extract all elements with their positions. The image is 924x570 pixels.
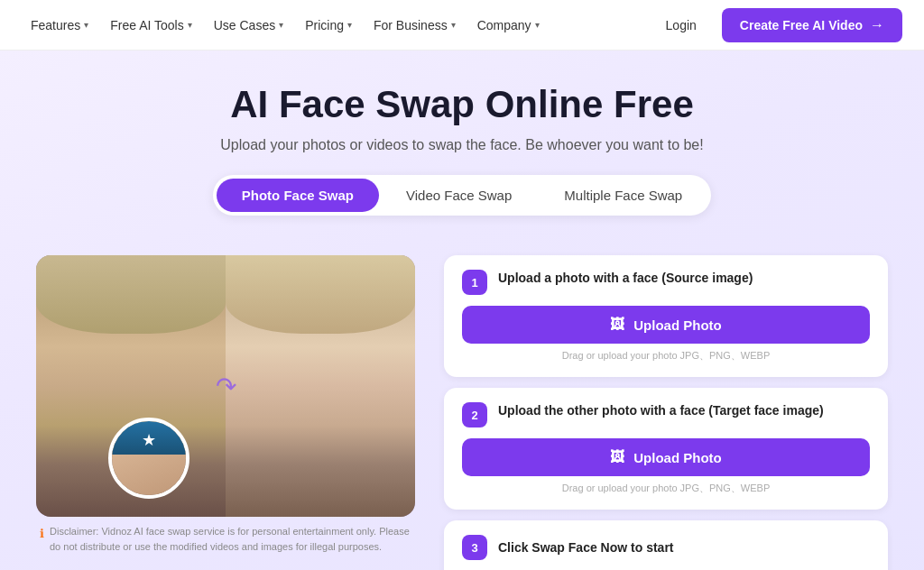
- swap-arrow-icon: ↷: [216, 372, 236, 401]
- nav-right: Login Create Free AI Video →: [655, 8, 902, 42]
- navigation: Features ▾ Free AI Tools ▾ Use Cases ▾ P…: [0, 0, 924, 51]
- step-3-number: 3: [462, 535, 487, 560]
- tab-multiple-face-swap[interactable]: Multiple Face Swap: [539, 179, 707, 212]
- chevron-down-icon: ▾: [279, 20, 283, 30]
- step-2-title: Upload the other photo with a face (Targ…: [498, 402, 824, 420]
- info-icon: ℹ: [40, 525, 44, 554]
- nav-item-features[interactable]: Features ▾: [22, 13, 97, 38]
- step-3-card: 3 Click Swap Face Now to start Swap Face…: [444, 520, 888, 570]
- star-icon: ★: [142, 430, 156, 450]
- upload-icon: 🖼: [610, 317, 624, 333]
- step-1-card: 1 Upload a photo with a face (Source ima…: [444, 255, 888, 377]
- login-button[interactable]: Login: [655, 13, 707, 38]
- step-3-title: Click Swap Face Now to start: [498, 540, 674, 555]
- upload-icon: 🖼: [610, 449, 624, 465]
- hero-subtitle: Upload your photos or videos to swap the…: [18, 137, 906, 153]
- nav-item-pricing[interactable]: Pricing ▾: [296, 13, 361, 38]
- source-person-circle: ★: [108, 418, 189, 499]
- nav-item-for-business[interactable]: For Business ▾: [365, 13, 465, 38]
- step-1-number: 1: [462, 270, 487, 295]
- face-swap-demo-image: ↷ ★: [36, 255, 415, 517]
- chevron-down-icon: ▾: [347, 20, 352, 30]
- chevron-down-icon: ▾: [451, 20, 456, 30]
- disclaimer-text: ℹ Disclaimer: Vidnoz AI face swap servic…: [36, 517, 415, 554]
- step-1-title: Upload a photo with a face (Source image…: [498, 270, 753, 288]
- steps-panel: 1 Upload a photo with a face (Source ima…: [444, 255, 888, 570]
- drag-hint-2: Drag or upload your photo JPG、PNG、WEBP: [462, 482, 870, 495]
- chevron-down-icon: ▾: [535, 20, 540, 30]
- step-2-card: 2 Upload the other photo with a face (Ta…: [444, 388, 888, 510]
- nav-item-free-ai-tools[interactable]: Free AI Tools ▾: [101, 13, 200, 38]
- step-1-header: 1 Upload a photo with a face (Source ima…: [462, 270, 870, 295]
- target-face-image: [226, 255, 415, 517]
- tab-video-face-swap[interactable]: Video Face Swap: [381, 179, 537, 212]
- drag-hint-1: Drag or upload your photo JPG、PNG、WEBP: [462, 349, 870, 363]
- tab-photo-face-swap[interactable]: Photo Face Swap: [217, 179, 379, 212]
- tab-group: Photo Face Swap Video Face Swap Multiple…: [213, 175, 711, 216]
- face-swap-demo-panel: ↷ ★ ℹ Disclaimer: Vidnoz AI face swap se…: [36, 255, 415, 554]
- page-title: AI Face Swap Online Free: [18, 83, 906, 126]
- chevron-down-icon: ▾: [84, 20, 88, 30]
- step-2-number: 2: [462, 402, 487, 428]
- nav-item-company[interactable]: Company ▾: [468, 13, 549, 38]
- hero-section: AI Face Swap Online Free Upload your pho…: [0, 51, 924, 234]
- upload-target-photo-button[interactable]: 🖼 Upload Photo: [462, 438, 870, 476]
- arrow-icon: →: [870, 17, 884, 33]
- upload-source-photo-button[interactable]: 🖼 Upload Photo: [462, 306, 870, 344]
- main-content: ↷ ★ ℹ Disclaimer: Vidnoz AI face swap se…: [0, 234, 924, 570]
- nav-item-use-cases[interactable]: Use Cases ▾: [205, 13, 292, 38]
- step-2-header: 2 Upload the other photo with a face (Ta…: [462, 402, 870, 428]
- chevron-down-icon: ▾: [188, 20, 192, 30]
- create-free-ai-video-button[interactable]: Create Free AI Video →: [722, 8, 902, 42]
- nav-links: Features ▾ Free AI Tools ▾ Use Cases ▾ P…: [22, 13, 655, 38]
- step-3-header: 3 Click Swap Face Now to start: [462, 535, 870, 560]
